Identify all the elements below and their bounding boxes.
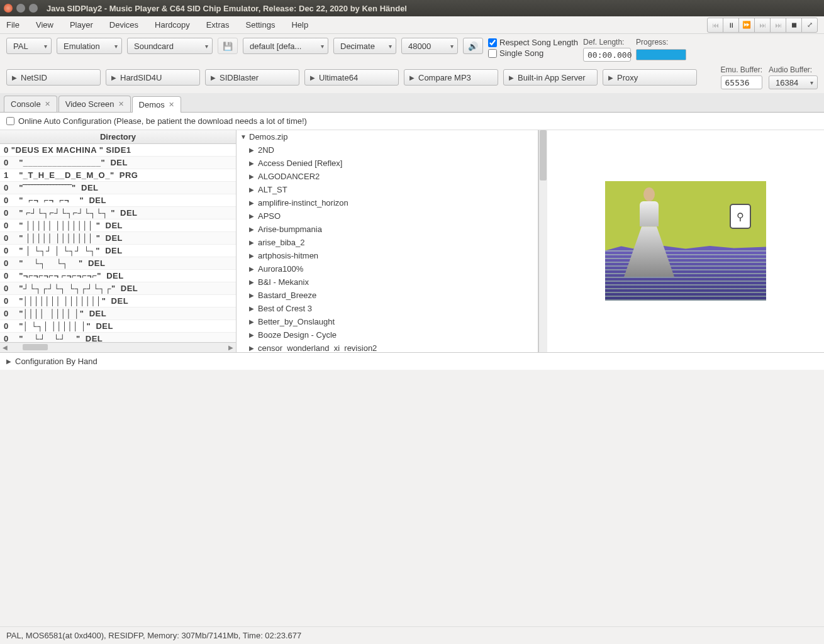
tree-node[interactable]: ▶Best of Crest 3: [237, 302, 538, 315]
close-tab-icon[interactable]: ✕: [45, 100, 50, 108]
directory-row[interactable]: 0 " └┘ └┘ " DEL: [0, 333, 236, 342]
next-track-button[interactable]: ⏭: [754, 18, 771, 33]
directory-row[interactable]: 0 " │ └┐┘ │ └┐┘ └┐" DEL: [0, 245, 236, 257]
fast-forward-button[interactable]: ⏩: [738, 18, 755, 33]
close-icon[interactable]: [4, 4, 13, 13]
directory-row[interactable]: 1 "_T_H_E__D_E_M_O_" PRG: [0, 169, 236, 182]
directory-row[interactable]: 0 "________________" DEL: [0, 157, 236, 169]
launch-compare-mp3-button[interactable]: ▶Compare MP3: [404, 69, 498, 86]
menu-view[interactable]: View: [36, 20, 53, 30]
tree-node[interactable]: ▶B&I - Mekanix: [237, 275, 538, 289]
menu-player[interactable]: Player: [70, 20, 93, 30]
def-length-field[interactable]: 00:00.000: [583, 48, 631, 62]
launch-sidblaster-button[interactable]: ▶SIDBlaster: [205, 69, 299, 86]
progress-bar: [636, 49, 686, 60]
tree-node[interactable]: ▶amplifire-instinct_horizon: [237, 196, 538, 209]
menu-devices[interactable]: Devices: [109, 20, 138, 30]
auto-config-checkbox[interactable]: [6, 117, 14, 125]
directory-row[interactable]: 0 " └┐ └┐ " DEL: [0, 257, 236, 270]
tree-node[interactable]: ▶2ND: [237, 143, 538, 157]
directory-row[interactable]: 0 " │││││ │││││││ " DEL: [0, 232, 236, 245]
tree-node[interactable]: ▶APSO: [237, 209, 538, 223]
directory-listing[interactable]: 0 "DEUS EX MACHINA " SIDE10 "___________…: [0, 144, 236, 342]
directory-row[interactable]: 0 "│││││││ │││││││" DEL: [0, 295, 236, 308]
close-tab-icon[interactable]: ✕: [169, 101, 174, 109]
menu-bar: FileViewPlayerDevicesHardcopyExtrasSetti…: [0, 16, 824, 34]
tab-bar: Console✕Video Screen✕Demos✕: [0, 93, 824, 113]
menu-extras[interactable]: Extras: [206, 20, 230, 30]
launch-proxy-button[interactable]: ▶Proxy: [603, 69, 697, 86]
content-area: Online Auto Configuration (Please, be pa…: [0, 113, 824, 370]
menu-hardcopy[interactable]: Hardcopy: [155, 20, 190, 30]
auto-config-label: Online Auto Configuration (Please, be pa…: [18, 116, 307, 126]
directory-pane: Directory 0 "DEUS EX MACHINA " SIDE10 "_…: [0, 130, 237, 352]
directory-row[interactable]: 0 "┘└┐┌┘└┐ └┐┌┘└┐┌" DEL: [0, 282, 236, 295]
status-bar: PAL, MOS6581(at 0xd400), RESIDFP, Memory…: [0, 626, 824, 644]
media-controls: ⏮ ⏸ ⏩ ⏭ ⏭ ◼ ⤢: [708, 18, 818, 33]
window-titlebar: Java SIDPlay2 - Music Player & C64 SID C…: [0, 0, 824, 16]
skip-end-button[interactable]: ⏭: [770, 18, 786, 33]
tree-node[interactable]: ▶Better_by_Onslaught: [237, 315, 538, 328]
audio-output-combo[interactable]: Soundcard: [127, 38, 213, 54]
minimize-icon[interactable]: [16, 4, 25, 13]
pause-button[interactable]: ⏸: [723, 18, 739, 33]
config-by-hand-row[interactable]: ▶ Configuration By Hand: [0, 352, 824, 370]
close-tab-icon[interactable]: ✕: [118, 100, 124, 108]
video-standard-combo[interactable]: PAL: [6, 38, 52, 54]
menu-help[interactable]: Help: [291, 20, 308, 30]
prev-track-button[interactable]: ⏮: [707, 18, 723, 33]
toolbar-primary: PAL Emulation Soundcard 💾 default [defa.…: [0, 34, 824, 65]
stop-button[interactable]: ◼: [786, 18, 802, 33]
single-song-checkbox[interactable]: Single Song: [488, 48, 578, 58]
vertical-scrollbar[interactable]: [538, 130, 547, 352]
emu-buffer-field[interactable]: 65536: [721, 75, 762, 89]
album-artwork: ⚲: [605, 181, 766, 301]
launch-ultimate64-button[interactable]: ▶Ultimate64: [304, 69, 399, 86]
launch-netsid-button[interactable]: ▶NetSID: [6, 69, 101, 86]
tree-node[interactable]: ▼Demos.zip: [237, 130, 538, 143]
directory-row[interactable]: 0 " ⌐¬ ⌐¬ ⌐¬ " DEL: [0, 194, 236, 207]
tree-node[interactable]: ▶censor_wonderland_xi_revision2: [237, 341, 538, 352]
launch-hardsid4u-button[interactable]: ▶HardSID4U: [106, 69, 200, 86]
tab-video-screen[interactable]: Video Screen✕: [58, 96, 131, 112]
directory-row[interactable]: 0 "DEUS EX MACHINA " SIDE1: [0, 144, 236, 157]
tree-node[interactable]: ▶Arise-bumpmania: [237, 223, 538, 236]
launch-built-in-app-server-button[interactable]: ▶Built-in App Server: [503, 69, 598, 86]
def-length-label: Def. Length:: [583, 38, 631, 47]
directory-row[interactable]: 0 " ⌐┘└┐⌐┘└┐⌐┘└┐└┐ " DEL: [0, 207, 236, 219]
audio-buffer-label: Audio Buffer:: [769, 65, 818, 74]
tab-demos[interactable]: Demos✕: [132, 96, 181, 113]
tree-node[interactable]: ▶Booze Design - Cycle: [237, 328, 538, 341]
directory-row[interactable]: 0 "│ └┐│ │││││ │" DEL: [0, 320, 236, 333]
mode-combo[interactable]: Emulation: [57, 38, 122, 54]
tree-node[interactable]: ▶ALGODANCER2: [237, 170, 538, 183]
record-icon[interactable]: 💾: [218, 38, 238, 54]
tree-node[interactable]: ▶Access Denied [Reflex]: [237, 157, 538, 170]
directory-row[interactable]: 0 "││││ ││││ │" DEL: [0, 308, 236, 320]
directory-row[interactable]: 0 "¬⌐¬⌐¬⌐¬ ⌐¬⌐¬⌐¬⌐" DEL: [0, 270, 236, 282]
menu-settings[interactable]: Settings: [246, 20, 276, 30]
tree-node[interactable]: ▶arise_biba_2: [237, 236, 538, 249]
config-by-hand-label: Configuration By Hand: [15, 357, 97, 366]
maximize-icon[interactable]: [29, 4, 38, 13]
tab-console[interactable]: Console✕: [4, 96, 57, 112]
samplerate-combo[interactable]: 48000: [401, 38, 458, 54]
auto-config-row: Online Auto Configuration (Please, be pa…: [0, 113, 824, 130]
tree-node[interactable]: ▶Bastard_Breeze: [237, 289, 538, 302]
tree-node[interactable]: ▶Aurora100%: [237, 262, 538, 275]
artwork-pane: ⚲: [547, 130, 824, 352]
audio-buffer-combo[interactable]: 16384: [769, 75, 818, 89]
tree-node[interactable]: ▶artphosis-hitmen: [237, 249, 538, 262]
resample-combo[interactable]: Decimate: [333, 38, 396, 54]
menu-file[interactable]: File: [6, 20, 19, 30]
fullscreen-button[interactable]: ⤢: [801, 18, 818, 33]
file-tree[interactable]: ▼Demos.zip▶2ND▶Access Denied [Reflex]▶AL…: [237, 130, 538, 352]
respect-length-checkbox[interactable]: Respect Song Length: [488, 38, 578, 47]
speaker-icon[interactable]: 🔊: [463, 38, 483, 54]
horizontal-scrollbar[interactable]: ◀▶: [0, 342, 236, 352]
tree-node[interactable]: ▶ALT_ST: [237, 183, 538, 196]
audio-device-combo[interactable]: default [defa...: [243, 38, 328, 54]
directory-row[interactable]: 0 " │││││ │││││││ " DEL: [0, 219, 236, 232]
toolbar-secondary: ▶NetSID▶HardSID4U▶SIDBlaster▶Ultimate64▶…: [0, 65, 824, 93]
directory-row[interactable]: 0 "‾‾‾‾‾‾‾‾‾‾‾‾‾‾‾‾" DEL: [0, 182, 236, 194]
